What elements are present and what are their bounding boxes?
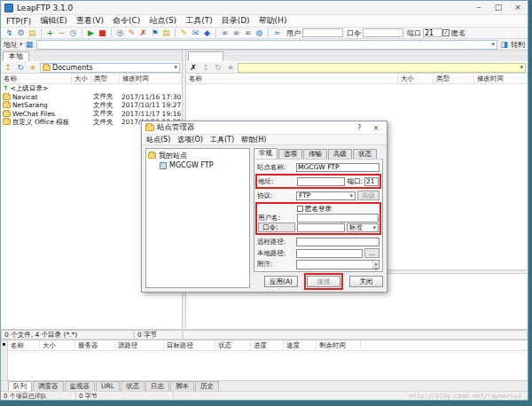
tab-remote[interactable] [188,51,223,61]
rename-icon[interactable] [178,27,190,38]
dialog-menu-help[interactable]: 帮助(H) [241,135,266,144]
go-label[interactable]: 转到 [511,40,525,50]
queue-list[interactable] [8,351,528,380]
menu-help[interactable]: 帮助(H) [259,15,287,27]
col-modified[interactable]: 修改时间 [120,74,182,83]
sync-icon[interactable] [201,27,213,38]
local-path-combo[interactable]: Documents ▾ [40,63,180,73]
folder-cache-icon[interactable] [27,27,38,38]
qcol-remaining[interactable]: 剩余时间 [317,340,361,350]
col-type[interactable]: 类型 [434,74,474,83]
menu-command[interactable]: 命令(C) [113,15,140,27]
remote-path-dropdown-icon[interactable]: ▾ [520,64,523,71]
col-size[interactable]: 大小 [72,74,91,83]
menu-site[interactable]: 站点(S) [149,15,176,27]
col-size[interactable]: 大小 [398,74,434,83]
site-list-icon[interactable] [254,27,265,38]
qcol-name[interactable]: 名称 [8,340,40,350]
dialog-tab-transfer[interactable]: 传输 [303,149,327,159]
qcol-status[interactable]: 状态 [215,340,251,350]
menu-tools[interactable]: 工具(T) [185,15,213,27]
tab-log[interactable]: 日志 [145,381,169,391]
username-input[interactable] [297,214,379,223]
connect-button[interactable]: 连接 [307,276,340,287]
mail-icon[interactable] [190,27,201,38]
dialog-address-input[interactable] [297,177,345,186]
anonymous-login-checkbox[interactable] [297,206,303,212]
menu-directory[interactable]: 目录(D) [222,15,250,27]
dialog-help-button[interactable]: ? [352,122,366,133]
file-row[interactable]: Navicat 文件夹 2017/11/16 17:30 [1,93,182,102]
refresh-icon[interactable] [213,63,223,73]
refresh-icon[interactable] [15,63,26,73]
settings-icon[interactable] [15,27,27,38]
minimize-button[interactable]: – [469,2,489,14]
dialog-tab-general[interactable]: 常规 [254,148,278,159]
dialog-close-button[interactable]: × [369,122,383,133]
tab-scheduler[interactable]: 调度器 [33,381,64,391]
favorites-icon[interactable] [27,63,38,73]
browse-button[interactable]: ... [364,248,379,258]
menu-edit[interactable]: 编辑(E) [40,15,67,27]
local-path-dropdown-icon[interactable]: ▾ [174,64,177,71]
stop-icon[interactable] [97,27,108,38]
col-type[interactable]: 类型 [91,74,120,83]
dialog-menu-tools[interactable]: 工具(T) [210,135,234,144]
protocol-combo[interactable]: FTP ▾ [296,191,356,200]
col-name[interactable]: 名称 [1,74,72,83]
qcol-source[interactable]: 源路径 [115,340,164,350]
dialog-tab-advanced[interactable]: 高级 [328,149,352,159]
qcol-speed[interactable]: 速度 [284,340,317,350]
view-icon[interactable] [114,27,126,38]
tree-site-item[interactable]: MGCGW FTP [148,160,247,170]
tab-local[interactable]: 本地 [3,51,29,61]
favorites-icon[interactable] [225,63,236,73]
password-mode-combo[interactable]: 标准 ▾ [347,223,379,232]
qcol-target[interactable]: 目标路径 [164,340,215,350]
dialog-close-action-button[interactable]: 关闭 [349,276,383,287]
col-name[interactable]: 名称 [186,74,398,83]
tab-monitor[interactable]: 监视器 [65,381,96,391]
tab-queue[interactable]: 队列 [8,381,32,391]
address-input[interactable]: ▾ [36,40,497,50]
address-dropdown-icon[interactable]: ▾ [20,41,23,48]
tab-url[interactable]: URL [96,381,120,391]
file-row[interactable]: NetSarang 文件夹 2017/10/11 19:27 [1,101,182,110]
abort-icon[interactable]: ✗ [188,63,199,73]
schedule-icon[interactable] [67,27,79,38]
maximize-button[interactable]: □ [489,2,508,14]
makedir-icon[interactable] [160,27,172,38]
quick-port-input[interactable] [423,28,442,37]
connect-icon[interactable] [4,27,15,38]
quick-password-input[interactable] [363,28,403,37]
site-name-input[interactable] [296,163,379,172]
add-site-icon[interactable] [44,27,56,38]
dialog-tab-options[interactable]: 选项 [278,149,302,159]
menu-view[interactable]: 查看(V) [76,15,104,27]
close-button[interactable]: × [508,2,528,14]
dialog-port-input[interactable] [364,177,379,186]
go-icon[interactable] [499,39,509,50]
notes-textarea[interactable]: ▲▼ [296,260,379,269]
apply-button[interactable]: 应用(A) [264,276,298,287]
quick-user-input[interactable] [302,28,343,37]
goto-icon[interactable] [149,27,160,38]
password-button[interactable]: 口令: [258,223,295,232]
remove-site-icon[interactable] [56,27,67,38]
notes-scrollbar[interactable]: ▲▼ [372,261,379,269]
dialog-menu-options[interactable]: 选项(O) [177,135,203,144]
find-icon[interactable] [219,27,231,38]
find-next-icon[interactable] [231,27,242,38]
tab-history[interactable]: 历史 [195,381,219,391]
qcol-progress[interactable]: 进度 [251,340,284,350]
site-tree[interactable]: 我的站点 MGCGW FTP [145,148,250,288]
remote-path-combo[interactable]: ▾ [238,63,526,73]
parent-dir-row[interactable]: ↑<上级目录> [1,84,182,93]
menu-ftp[interactable]: FTP(F) [6,17,31,26]
edit-icon[interactable] [126,27,137,38]
anonymous-checkbox[interactable]: ✓ [442,29,450,36]
file-row[interactable]: WeChat Files 文件夹 2017/11/17 19:16 [1,110,182,119]
qcol-server[interactable]: 服务器 [75,340,115,350]
address-combo-arrow-icon[interactable]: ▾ [491,41,495,48]
dialog-tab-status[interactable]: 状态 [353,149,377,159]
